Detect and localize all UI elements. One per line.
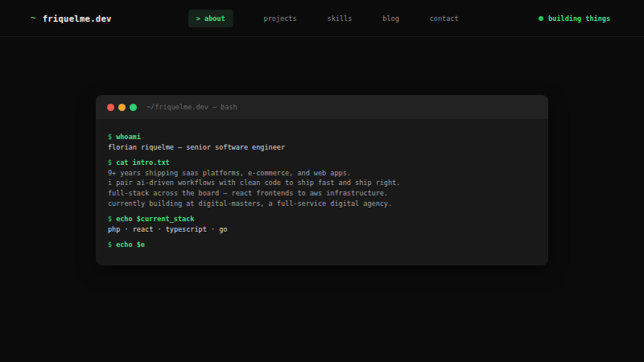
command-line: $echo $current_stack: [108, 214, 536, 224]
status-dot-icon: [539, 16, 543, 21]
command-text: echo $current_stack: [116, 215, 194, 223]
main-nav: > about projects skills blog contact: [188, 10, 459, 27]
prompt-symbol: $: [108, 215, 112, 223]
window-controls: [107, 104, 137, 111]
terminal-content: $whoami florian riquelme — senior softwa…: [96, 119, 548, 265]
site-logo[interactable]: ~ friquelme.dev: [31, 13, 112, 23]
maximize-window-icon[interactable]: [130, 104, 137, 111]
command-text: cat intro.txt: [116, 158, 170, 167]
tilde-icon: ~: [31, 13, 36, 23]
nav-item-blog[interactable]: blog: [382, 14, 398, 23]
terminal-window: ~/friquelme.dev — bash $whoami florian r…: [96, 95, 548, 265]
prompt-symbol: $: [108, 133, 112, 141]
terminal-command-group-intro: $cat intro.txt 9+ years shipping saas pl…: [108, 158, 536, 208]
site-title: friquelme.dev: [43, 14, 112, 23]
prompt-symbol: $: [108, 241, 112, 249]
nav-item-contact[interactable]: contact: [430, 14, 459, 23]
terminal-titlebar[interactable]: ~/friquelme.dev — bash: [96, 95, 548, 119]
terminal-title: ~/friquelme.dev — bash: [147, 103, 237, 111]
command-output-line: i pair ai-driven workflows with clean co…: [108, 178, 536, 188]
command-output-line: currently building at digital-masters, a…: [108, 199, 536, 209]
minimize-window-icon[interactable]: [118, 104, 126, 111]
terminal-command-group-whoami: $whoami florian riquelme — senior softwa…: [108, 132, 536, 152]
nav-item-skills[interactable]: skills: [328, 14, 353, 23]
command-text: echo $e: [116, 241, 145, 249]
nav-item-about[interactable]: > about: [188, 10, 233, 27]
command-output-line: 9+ years shipping saas platforms, e-comm…: [108, 168, 536, 179]
command-output-line: php · react · typescript · go: [108, 224, 536, 235]
close-window-icon[interactable]: [107, 104, 114, 111]
command-text: whoami: [116, 133, 141, 141]
status-badge: building things: [539, 14, 610, 23]
terminal-command-group-typing: $echo $e: [108, 240, 536, 250]
command-line: $whoami: [108, 132, 536, 142]
command-output-line: florian riquelme — senior software engin…: [108, 142, 536, 153]
nav-item-projects[interactable]: projects: [264, 14, 297, 23]
site-header: ~ friquelme.dev > about projects skills …: [0, 0, 644, 37]
status-label: building things: [548, 14, 610, 23]
prompt-symbol: $: [108, 158, 112, 167]
terminal-command-group-stack: $echo $current_stack php · react · types…: [108, 214, 536, 234]
command-line: $echo $e: [108, 240, 536, 250]
command-line: $cat intro.txt: [108, 158, 536, 168]
command-output-line: full-stack across the board — react fron…: [108, 188, 536, 199]
